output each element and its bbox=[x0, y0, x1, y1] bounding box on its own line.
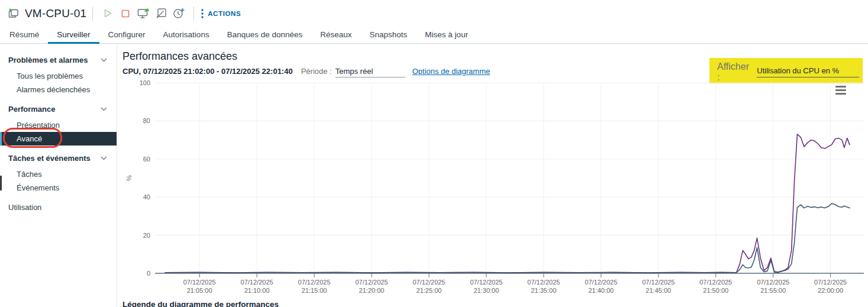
chevron-down-icon bbox=[101, 107, 107, 111]
x-tick-date: 07/12/2025 bbox=[642, 279, 675, 286]
x-tick-time: 21:55:00 bbox=[760, 287, 786, 294]
display-metric-select[interactable]: Utilisation du CPU en % bbox=[757, 66, 859, 77]
sidebar-item-taches[interactable]: Tâches bbox=[0, 167, 117, 181]
x-tick-date: 07/12/2025 bbox=[241, 279, 273, 286]
y-tick-label: 60 bbox=[143, 156, 150, 163]
sidebar-section-problemes-et-alarmes[interactable]: Problèmes et alarmes bbox=[0, 51, 117, 69]
sidebar-section-performance[interactable]: Performance bbox=[0, 100, 117, 118]
tab-reseaux[interactable]: Réseaux bbox=[311, 27, 360, 44]
tab-bar: RésuméSurveillerConfigurerAutorisationsB… bbox=[0, 27, 868, 44]
period-select[interactable]: Temps réel bbox=[335, 67, 405, 77]
tab-surveiller[interactable]: Surveiller bbox=[48, 27, 99, 44]
vm-header: VM-CPU-01 bbox=[0, 0, 868, 27]
actions-button[interactable]: ACTIONS bbox=[201, 9, 241, 18]
y-axis-label: % bbox=[125, 175, 133, 181]
sidebar-item-avance[interactable]: Avancé bbox=[0, 132, 117, 146]
snapshot-clock-icon[interactable] bbox=[170, 5, 188, 22]
power-on-button[interactable] bbox=[99, 5, 117, 22]
x-tick-date: 07/12/2025 bbox=[814, 279, 847, 286]
launch-console-button[interactable] bbox=[134, 5, 152, 22]
chevron-down-icon bbox=[101, 156, 107, 160]
x-tick-date: 07/12/2025 bbox=[699, 279, 732, 286]
sidebar: Problèmes et alarmesTous les problèmesAl… bbox=[0, 44, 117, 307]
sidebar-section-utilisation[interactable]: Utilisation bbox=[0, 198, 117, 216]
y-tick-label: 0 bbox=[147, 270, 150, 277]
tab-resume[interactable]: Résumé bbox=[1, 27, 48, 44]
sidebar-section-label: Utilisation bbox=[8, 203, 41, 212]
period-label: Période : bbox=[301, 67, 332, 76]
chart-line-series-purple bbox=[165, 134, 850, 273]
x-tick-time: 21:10:00 bbox=[244, 287, 270, 294]
x-tick-time: 21:25:00 bbox=[417, 287, 442, 294]
tab-mises-a-jour[interactable]: Mises à jour bbox=[416, 27, 477, 44]
content-body: Problèmes et alarmesTous les problèmesAl… bbox=[0, 44, 868, 307]
sidebar-section-label: Problèmes et alarmes bbox=[8, 56, 88, 64]
vm-icon bbox=[7, 7, 20, 20]
sidebar-item-alarmes-declenchees[interactable]: Alarmes déclenchées bbox=[0, 83, 117, 96]
tab-autorisations[interactable]: Autorisations bbox=[154, 27, 218, 44]
x-tick-date: 07/12/2025 bbox=[183, 279, 216, 286]
vsphere-app: VM-CPU-01 bbox=[0, 0, 868, 307]
chart-info: CPU, 07/12/2025 21:02:00 - 07/12/2025 22… bbox=[122, 67, 293, 76]
sidebar-item-presentation[interactable]: Présentation bbox=[0, 118, 117, 132]
sidebar-item-tous-les-problemes[interactable]: Tous les problèmes bbox=[0, 69, 117, 83]
x-tick-date: 07/12/2025 bbox=[355, 279, 388, 286]
y-tick-label: 20 bbox=[143, 232, 150, 239]
tab-snapshots[interactable]: Snapshots bbox=[361, 27, 417, 44]
sidebar-section-label: Performance bbox=[8, 105, 55, 114]
x-tick-time: 22:00:00 bbox=[818, 287, 843, 294]
y-tick-label: 80 bbox=[143, 117, 150, 124]
x-tick-time: 21:35:00 bbox=[531, 287, 556, 294]
x-tick-time: 21:20:00 bbox=[359, 287, 385, 294]
power-off-button[interactable] bbox=[117, 5, 134, 22]
scrollbar-thumb[interactable] bbox=[0, 176, 2, 190]
chart-line-series-slate bbox=[165, 203, 850, 273]
tab-configurer[interactable]: Configurer bbox=[99, 27, 154, 44]
x-tick-date: 07/12/2025 bbox=[585, 279, 617, 286]
x-tick-time: 21:05:00 bbox=[187, 287, 212, 294]
legend-heading: Légende du diagramme de performances bbox=[122, 300, 279, 307]
divider bbox=[92, 7, 93, 21]
x-tick-date: 07/12/2025 bbox=[412, 279, 445, 286]
x-tick-date: 07/12/2025 bbox=[470, 279, 502, 286]
chevron-down-icon bbox=[101, 58, 107, 62]
performance-chart: 020406080100%07/12/202521:05:0007/12/202… bbox=[117, 77, 868, 302]
x-tick-time: 21:15:00 bbox=[302, 287, 327, 294]
chart-subheader: CPU, 07/12/2025 21:02:00 - 07/12/2025 22… bbox=[122, 67, 490, 77]
x-tick-date: 07/12/2025 bbox=[757, 279, 789, 286]
sidebar-section-label: Tâches et événements bbox=[8, 154, 91, 163]
tab-banques-de-donnees[interactable]: Banques de données bbox=[218, 27, 312, 44]
actions-label: ACTIONS bbox=[208, 10, 241, 17]
vm-title: VM-CPU-01 bbox=[25, 7, 86, 20]
main-panel: Performances avancées CPU, 07/12/2025 21… bbox=[117, 44, 868, 307]
x-tick-time: 21:30:00 bbox=[474, 287, 499, 294]
migrate-icon[interactable] bbox=[152, 5, 170, 22]
x-tick-time: 21:45:00 bbox=[646, 287, 671, 294]
sidebar-section-taches-et-evenements[interactable]: Tâches et événements bbox=[0, 149, 117, 167]
divider bbox=[193, 7, 194, 21]
kebab-icon bbox=[201, 9, 204, 18]
x-tick-time: 21:50:00 bbox=[703, 287, 728, 294]
chart-options-link[interactable]: Options de diagramme bbox=[412, 67, 491, 76]
page-title: Performances avancées bbox=[122, 50, 237, 63]
y-tick-label: 40 bbox=[143, 193, 150, 201]
x-tick-date: 07/12/2025 bbox=[298, 279, 331, 286]
x-tick-date: 07/12/2025 bbox=[527, 279, 560, 286]
sidebar-item-evenements[interactable]: Événements bbox=[0, 181, 117, 195]
y-tick-label: 100 bbox=[140, 79, 150, 86]
x-tick-time: 21:40:00 bbox=[588, 287, 614, 294]
